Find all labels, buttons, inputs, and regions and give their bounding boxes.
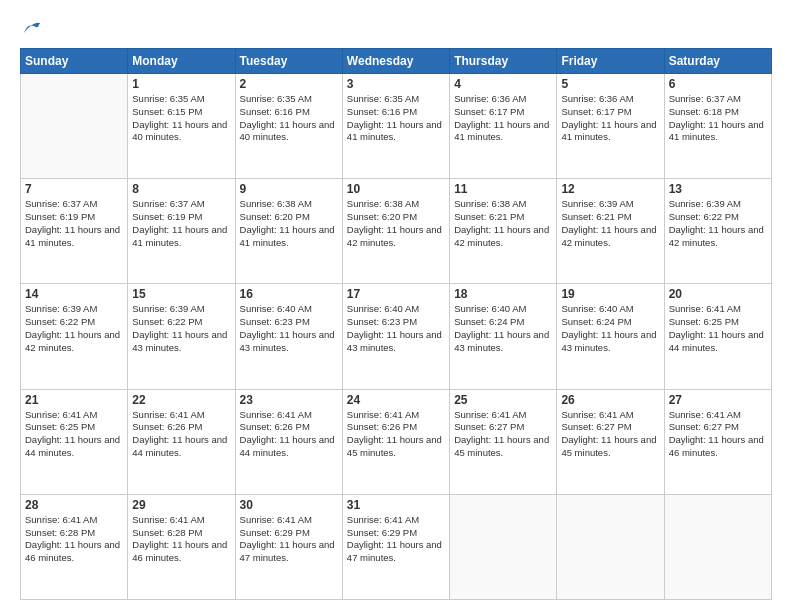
day-number: 9: [240, 182, 338, 196]
calendar-table: SundayMondayTuesdayWednesdayThursdayFrid…: [20, 48, 772, 600]
calendar-cell: 3Sunrise: 6:35 AMSunset: 6:16 PMDaylight…: [342, 74, 449, 179]
day-number: 16: [240, 287, 338, 301]
weekday-header: Sunday: [21, 49, 128, 74]
calendar-cell: 21Sunrise: 6:41 AMSunset: 6:25 PMDayligh…: [21, 389, 128, 494]
calendar-header-row: SundayMondayTuesdayWednesdayThursdayFrid…: [21, 49, 772, 74]
calendar-week-row: 14Sunrise: 6:39 AMSunset: 6:22 PMDayligh…: [21, 284, 772, 389]
calendar-week-row: 28Sunrise: 6:41 AMSunset: 6:28 PMDayligh…: [21, 494, 772, 599]
day-number: 11: [454, 182, 552, 196]
logo-icon: [22, 20, 42, 40]
day-number: 19: [561, 287, 659, 301]
calendar-cell: 14Sunrise: 6:39 AMSunset: 6:22 PMDayligh…: [21, 284, 128, 389]
day-number: 21: [25, 393, 123, 407]
day-number: 2: [240, 77, 338, 91]
calendar-cell: 20Sunrise: 6:41 AMSunset: 6:25 PMDayligh…: [664, 284, 771, 389]
day-info: Sunrise: 6:38 AMSunset: 6:20 PMDaylight:…: [240, 198, 338, 249]
day-number: 23: [240, 393, 338, 407]
day-number: 13: [669, 182, 767, 196]
calendar-cell: 22Sunrise: 6:41 AMSunset: 6:26 PMDayligh…: [128, 389, 235, 494]
day-info: Sunrise: 6:41 AMSunset: 6:29 PMDaylight:…: [347, 514, 445, 565]
calendar-cell: 4Sunrise: 6:36 AMSunset: 6:17 PMDaylight…: [450, 74, 557, 179]
calendar-cell: [557, 494, 664, 599]
calendar-cell: 16Sunrise: 6:40 AMSunset: 6:23 PMDayligh…: [235, 284, 342, 389]
weekday-header: Saturday: [664, 49, 771, 74]
calendar-cell: 2Sunrise: 6:35 AMSunset: 6:16 PMDaylight…: [235, 74, 342, 179]
day-info: Sunrise: 6:41 AMSunset: 6:29 PMDaylight:…: [240, 514, 338, 565]
calendar-cell: 24Sunrise: 6:41 AMSunset: 6:26 PMDayligh…: [342, 389, 449, 494]
calendar-cell: [664, 494, 771, 599]
day-info: Sunrise: 6:41 AMSunset: 6:28 PMDaylight:…: [132, 514, 230, 565]
day-info: Sunrise: 6:35 AMSunset: 6:16 PMDaylight:…: [347, 93, 445, 144]
day-info: Sunrise: 6:41 AMSunset: 6:26 PMDaylight:…: [240, 409, 338, 460]
day-number: 4: [454, 77, 552, 91]
calendar-cell: 13Sunrise: 6:39 AMSunset: 6:22 PMDayligh…: [664, 179, 771, 284]
day-info: Sunrise: 6:39 AMSunset: 6:22 PMDaylight:…: [132, 303, 230, 354]
calendar-cell: 17Sunrise: 6:40 AMSunset: 6:23 PMDayligh…: [342, 284, 449, 389]
calendar-cell: 7Sunrise: 6:37 AMSunset: 6:19 PMDaylight…: [21, 179, 128, 284]
calendar-cell: 30Sunrise: 6:41 AMSunset: 6:29 PMDayligh…: [235, 494, 342, 599]
day-info: Sunrise: 6:37 AMSunset: 6:18 PMDaylight:…: [669, 93, 767, 144]
calendar-cell: 5Sunrise: 6:36 AMSunset: 6:17 PMDaylight…: [557, 74, 664, 179]
day-number: 7: [25, 182, 123, 196]
calendar-cell: 19Sunrise: 6:40 AMSunset: 6:24 PMDayligh…: [557, 284, 664, 389]
day-info: Sunrise: 6:40 AMSunset: 6:24 PMDaylight:…: [454, 303, 552, 354]
day-info: Sunrise: 6:40 AMSunset: 6:23 PMDaylight:…: [240, 303, 338, 354]
day-info: Sunrise: 6:41 AMSunset: 6:27 PMDaylight:…: [669, 409, 767, 460]
day-number: 26: [561, 393, 659, 407]
day-info: Sunrise: 6:36 AMSunset: 6:17 PMDaylight:…: [561, 93, 659, 144]
day-number: 10: [347, 182, 445, 196]
calendar-cell: 27Sunrise: 6:41 AMSunset: 6:27 PMDayligh…: [664, 389, 771, 494]
day-info: Sunrise: 6:41 AMSunset: 6:26 PMDaylight:…: [347, 409, 445, 460]
weekday-header: Friday: [557, 49, 664, 74]
calendar-cell: 28Sunrise: 6:41 AMSunset: 6:28 PMDayligh…: [21, 494, 128, 599]
day-number: 29: [132, 498, 230, 512]
calendar-cell: 8Sunrise: 6:37 AMSunset: 6:19 PMDaylight…: [128, 179, 235, 284]
day-info: Sunrise: 6:41 AMSunset: 6:25 PMDaylight:…: [25, 409, 123, 460]
day-info: Sunrise: 6:35 AMSunset: 6:15 PMDaylight:…: [132, 93, 230, 144]
calendar-cell: 31Sunrise: 6:41 AMSunset: 6:29 PMDayligh…: [342, 494, 449, 599]
day-info: Sunrise: 6:38 AMSunset: 6:20 PMDaylight:…: [347, 198, 445, 249]
calendar-cell: [21, 74, 128, 179]
calendar-cell: 12Sunrise: 6:39 AMSunset: 6:21 PMDayligh…: [557, 179, 664, 284]
header: [20, 16, 772, 40]
calendar-cell: 18Sunrise: 6:40 AMSunset: 6:24 PMDayligh…: [450, 284, 557, 389]
calendar-cell: 1Sunrise: 6:35 AMSunset: 6:15 PMDaylight…: [128, 74, 235, 179]
day-number: 6: [669, 77, 767, 91]
day-info: Sunrise: 6:40 AMSunset: 6:24 PMDaylight:…: [561, 303, 659, 354]
day-number: 8: [132, 182, 230, 196]
day-number: 24: [347, 393, 445, 407]
weekday-header: Monday: [128, 49, 235, 74]
day-info: Sunrise: 6:41 AMSunset: 6:26 PMDaylight:…: [132, 409, 230, 460]
calendar-cell: 25Sunrise: 6:41 AMSunset: 6:27 PMDayligh…: [450, 389, 557, 494]
weekday-header: Wednesday: [342, 49, 449, 74]
weekday-header: Thursday: [450, 49, 557, 74]
day-number: 1: [132, 77, 230, 91]
calendar-cell: [450, 494, 557, 599]
day-info: Sunrise: 6:38 AMSunset: 6:21 PMDaylight:…: [454, 198, 552, 249]
day-number: 30: [240, 498, 338, 512]
day-info: Sunrise: 6:37 AMSunset: 6:19 PMDaylight:…: [25, 198, 123, 249]
day-info: Sunrise: 6:40 AMSunset: 6:23 PMDaylight:…: [347, 303, 445, 354]
day-info: Sunrise: 6:39 AMSunset: 6:21 PMDaylight:…: [561, 198, 659, 249]
day-number: 15: [132, 287, 230, 301]
day-info: Sunrise: 6:41 AMSunset: 6:27 PMDaylight:…: [561, 409, 659, 460]
day-number: 22: [132, 393, 230, 407]
day-info: Sunrise: 6:41 AMSunset: 6:28 PMDaylight:…: [25, 514, 123, 565]
calendar-cell: 23Sunrise: 6:41 AMSunset: 6:26 PMDayligh…: [235, 389, 342, 494]
day-number: 25: [454, 393, 552, 407]
day-info: Sunrise: 6:36 AMSunset: 6:17 PMDaylight:…: [454, 93, 552, 144]
day-number: 28: [25, 498, 123, 512]
logo: [20, 20, 42, 40]
day-number: 14: [25, 287, 123, 301]
day-number: 20: [669, 287, 767, 301]
day-info: Sunrise: 6:41 AMSunset: 6:27 PMDaylight:…: [454, 409, 552, 460]
weekday-header: Tuesday: [235, 49, 342, 74]
calendar-cell: 9Sunrise: 6:38 AMSunset: 6:20 PMDaylight…: [235, 179, 342, 284]
calendar-cell: 29Sunrise: 6:41 AMSunset: 6:28 PMDayligh…: [128, 494, 235, 599]
calendar-cell: 26Sunrise: 6:41 AMSunset: 6:27 PMDayligh…: [557, 389, 664, 494]
day-number: 3: [347, 77, 445, 91]
day-number: 17: [347, 287, 445, 301]
calendar-cell: 6Sunrise: 6:37 AMSunset: 6:18 PMDaylight…: [664, 74, 771, 179]
day-number: 5: [561, 77, 659, 91]
day-number: 18: [454, 287, 552, 301]
